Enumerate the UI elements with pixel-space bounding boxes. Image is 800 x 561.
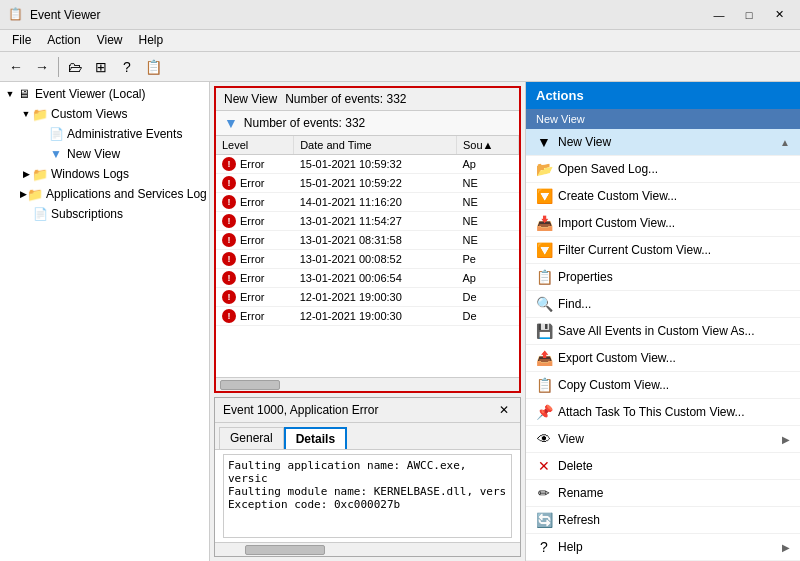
menu-help[interactable]: Help [131,32,172,49]
maximize-button[interactable]: □ [736,5,762,25]
events-panel: New View Number of events: 332 ▼ Number … [214,86,521,393]
filter-icon: 📄 [48,126,64,142]
action-open-saved-log-label: Open Saved Log... [558,162,790,176]
action-refresh[interactable]: 🔄 Refresh [526,507,800,534]
cell-source: De [456,288,518,307]
detail-scrollbar-thumb[interactable] [245,545,325,555]
cell-level: ! Error [216,269,294,288]
view-icon: 👁 [536,431,552,447]
action-delete-label: Delete [558,459,790,473]
title-bar: 📋 Event Viewer — □ ✕ [0,0,800,30]
action-attach-task[interactable]: 📌 Attach Task To This Custom View... [526,399,800,426]
cell-datetime: 12-01-2021 19:00:30 [294,307,457,326]
table-row[interactable]: ! Error 13-01-2021 08:31:58 NE [216,231,519,250]
expand-icon: ▶ [20,169,32,179]
table-row[interactable]: ! Error 15-01-2021 10:59:22 NE [216,174,519,193]
tab-general[interactable]: General [219,427,284,449]
action-create-custom-view-label: Create Custom View... [558,189,790,203]
sidebar-item-windows-logs[interactable]: ▶ 📁 Windows Logs [0,164,209,184]
sidebar-item-admin-events[interactable]: 📄 Administrative Events [0,124,209,144]
toolbar-separator [58,57,59,77]
level-text: Error [240,158,264,170]
table-row[interactable]: ! Error 13-01-2021 00:06:54 Ap [216,269,519,288]
table-row[interactable]: ! Error 15-01-2021 10:59:32 Ap [216,155,519,174]
back-button[interactable]: ← [4,55,28,79]
action-properties[interactable]: 📋 Properties [526,264,800,291]
detail-horizontal-scrollbar[interactable] [215,542,520,556]
action-import-custom-view[interactable]: 📥 Import Custom View... [526,210,800,237]
level-text: Error [240,253,264,265]
folder-button[interactable]: 🗁 [63,55,87,79]
scrollbar-thumb[interactable] [220,380,280,390]
table-row[interactable]: ! Error 13-01-2021 00:08:52 Pe [216,250,519,269]
filter-view-icon: 🔽 [536,242,552,258]
horizontal-scrollbar[interactable] [216,377,519,391]
computer-icon: 🖥 [16,86,32,102]
expand-icon [36,129,48,139]
tab-details[interactable]: Details [284,427,347,449]
action-save-all-events-label: Save All Events in Custom View As... [558,324,790,338]
menu-action[interactable]: Action [39,32,88,49]
level-text: Error [240,272,264,284]
action-copy-custom-view[interactable]: 📋 Copy Custom View... [526,372,800,399]
action-rename[interactable]: ✏ Rename [526,480,800,507]
sidebar-label-windows-logs: Windows Logs [51,167,129,181]
detail-content: Faulting application name: AWCC.exe, ver… [215,450,520,542]
sidebar-item-app-services[interactable]: ▶ 📁 Applications and Services Log [0,184,209,204]
action-help[interactable]: ? Help ▶ [526,534,800,561]
detail-header: Event 1000, Application Error ✕ [215,398,520,423]
grid-button[interactable]: ⊞ [89,55,113,79]
window-title: Event Viewer [30,8,706,22]
menu-view[interactable]: View [89,32,131,49]
sidebar-label-new-view: New View [67,147,120,161]
delete-icon: ✕ [536,458,552,474]
detail-text-area[interactable]: Faulting application name: AWCC.exe, ver… [223,454,512,538]
close-button[interactable]: ✕ [766,5,792,25]
action-find[interactable]: 🔍 Find... [526,291,800,318]
find-icon: 🔍 [536,296,552,312]
minimize-button[interactable]: — [706,5,732,25]
action-view-label: View [558,432,776,446]
level-text: Error [240,215,264,227]
properties-button[interactable]: 📋 [141,55,165,79]
sidebar-item-subscriptions[interactable]: 📄 Subscriptions [0,204,209,224]
menu-file[interactable]: File [4,32,39,49]
help-icon: ? [536,539,552,555]
action-view[interactable]: 👁 View ▶ [526,426,800,453]
events-table[interactable]: Level Date and Time Sou▲ ! Error 15-01-2… [216,136,519,377]
table-row[interactable]: ! Error 13-01-2021 11:54:27 NE [216,212,519,231]
col-level[interactable]: Level [216,136,294,155]
action-open-saved-log[interactable]: 📂 Open Saved Log... [526,156,800,183]
forward-button[interactable]: → [30,55,54,79]
sidebar-item-event-viewer[interactable]: ▼ 🖥 Event Viewer (Local) [0,84,209,104]
cell-level: ! Error [216,288,294,307]
folder-icon: 📁 [32,166,48,182]
sidebar-item-custom-views[interactable]: ▼ 📁 Custom Views [0,104,209,124]
table-row[interactable]: ! Error 12-01-2021 19:00:30 De [216,307,519,326]
actions-section-new-view: New View [526,109,800,129]
cell-source: NE [456,231,518,250]
action-rename-label: Rename [558,486,790,500]
detail-close-button[interactable]: ✕ [496,402,512,418]
action-save-all-events[interactable]: 💾 Save All Events in Custom View As... [526,318,800,345]
sidebar-label-admin-events: Administrative Events [67,127,182,141]
col-source[interactable]: Sou▲ [456,136,518,155]
cell-level: ! Error [216,307,294,326]
col-datetime[interactable]: Date and Time [294,136,457,155]
error-icon: ! [222,233,236,247]
action-delete[interactable]: ✕ Delete [526,453,800,480]
app-icon: 📋 [8,7,24,23]
action-export-custom-view[interactable]: 📤 Export Custom View... [526,345,800,372]
action-filter-current-view[interactable]: 🔽 Filter Current Custom View... [526,237,800,264]
actions-panel: Actions New View ▼ New View ▲ 📂 Open Sav… [525,82,800,561]
help-button[interactable]: ? [115,55,139,79]
sidebar-item-new-view[interactable]: ▼ New View [0,144,209,164]
action-create-custom-view[interactable]: 🔽 Create Custom View... [526,183,800,210]
expand-icon: ▼ [20,109,32,119]
action-properties-label: Properties [558,270,790,284]
main-layout: ▼ 🖥 Event Viewer (Local) ▼ 📁 Custom View… [0,82,800,561]
table-row[interactable]: ! Error 12-01-2021 19:00:30 De [216,288,519,307]
cell-datetime: 12-01-2021 19:00:30 [294,288,457,307]
table-row[interactable]: ! Error 14-01-2021 11:16:20 NE [216,193,519,212]
action-new-view[interactable]: ▼ New View ▲ [526,129,800,156]
